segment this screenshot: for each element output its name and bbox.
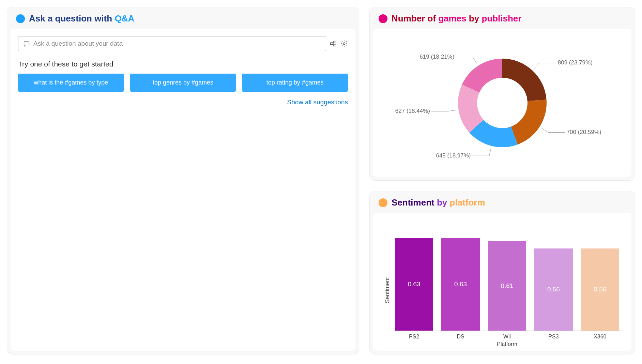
qa-placeholder: Ask a question about your data bbox=[33, 40, 123, 47]
donut-slice[interactable] bbox=[511, 100, 547, 145]
donut-header: Number of games by publisher bbox=[370, 7, 635, 29]
qa-try-label: Try one of these to get started bbox=[18, 60, 348, 68]
donut-body: 809 (23.79%)700 (20.59%)645 (18.97%)627 … bbox=[373, 29, 631, 177]
bar[interactable]: 0.56 bbox=[534, 248, 572, 331]
bar[interactable]: 0.63 bbox=[395, 238, 433, 331]
gear-icon[interactable] bbox=[340, 40, 348, 47]
donut-title: Number of games by publisher bbox=[392, 13, 521, 24]
bar-ylabel: Sentiment bbox=[383, 263, 392, 303]
bar[interactable]: 0.56 bbox=[581, 248, 619, 331]
bar-chart: 0.630.630.610.560.56 bbox=[392, 219, 622, 331]
bar-xlabel-tick: X360 bbox=[581, 334, 619, 340]
svg-rect-3 bbox=[334, 44, 336, 46]
bar[interactable]: 0.61 bbox=[488, 241, 526, 331]
bar[interactable]: 0.63 bbox=[441, 238, 479, 331]
donut-slice[interactable] bbox=[502, 59, 547, 101]
qa-suggestion-0[interactable]: what is the #games by type bbox=[18, 74, 124, 92]
qa-suggestion-1[interactable]: top genres by #games bbox=[130, 74, 236, 92]
qa-input[interactable]: Ask a question about your data bbox=[18, 36, 326, 51]
bar-xlabel: Platform bbox=[392, 341, 622, 347]
svg-rect-1 bbox=[331, 43, 333, 45]
svg-rect-2 bbox=[334, 41, 336, 43]
donut-chart: 809 (23.79%)700 (20.59%)645 (18.97%)627 … bbox=[414, 38, 591, 168]
bar-body: Sentiment 0.630.630.610.560.56 PS2DSWiiP… bbox=[373, 213, 631, 351]
bar-xlabel-tick: Wii bbox=[488, 334, 526, 340]
svg-rect-0 bbox=[24, 41, 29, 45]
qa-title: Ask a question with Q&A bbox=[29, 13, 134, 24]
svg-point-4 bbox=[343, 43, 345, 45]
qa-suggestion-2[interactable]: top rating by #games bbox=[242, 74, 348, 92]
dot-icon bbox=[379, 198, 387, 207]
qa-body: Ask a question about your data Try one o… bbox=[11, 29, 355, 351]
show-all-suggestions-link[interactable]: Show all suggestions bbox=[18, 98, 348, 106]
bar-title: Sentiment by platform bbox=[392, 197, 485, 208]
qa-card: Ask a question with Q&A Ask a question a… bbox=[7, 7, 359, 354]
qa-schema-icon[interactable] bbox=[330, 40, 337, 47]
dot-icon bbox=[16, 14, 25, 23]
bar-xlabel-tick: DS bbox=[441, 334, 479, 340]
dot-icon bbox=[379, 14, 387, 23]
bar-xlabel-tick: PS3 bbox=[534, 334, 572, 340]
donut-card: Number of games by publisher 809 (23.79%… bbox=[369, 7, 635, 181]
bar-card: Sentiment by platform Sentiment 0.630.63… bbox=[369, 191, 635, 354]
bar-xlabel-tick: PS2 bbox=[395, 334, 433, 340]
chat-icon bbox=[23, 40, 30, 47]
qa-header: Ask a question with Q&A bbox=[7, 7, 359, 29]
bar-header: Sentiment by platform bbox=[370, 191, 635, 213]
